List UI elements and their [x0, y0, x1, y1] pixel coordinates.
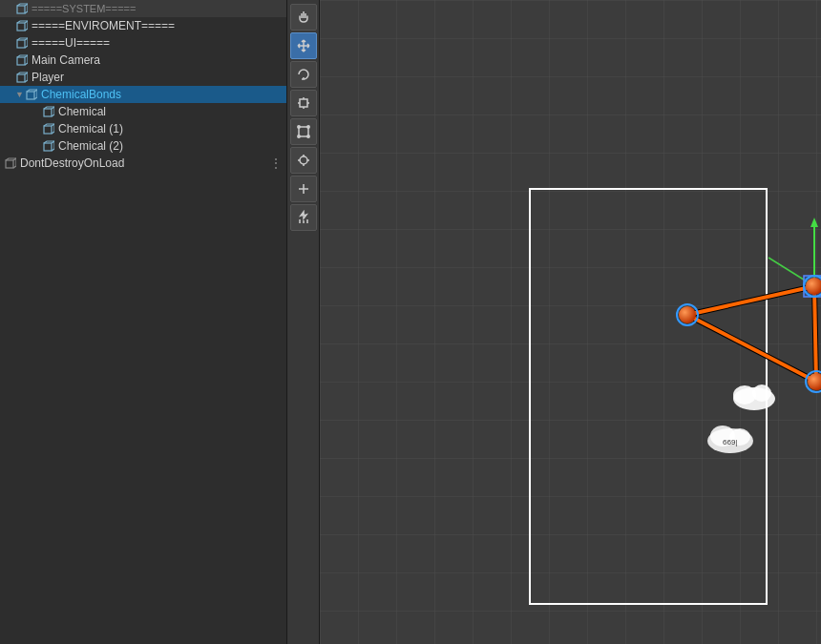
ui-label: =====UI===== — [32, 36, 110, 50]
bond-line-2 — [814, 286, 816, 382]
move-tool-button[interactable] — [290, 32, 317, 59]
svg-rect-4 — [17, 74, 25, 82]
svg-point-13 — [306, 126, 308, 128]
toolbar — [287, 0, 320, 644]
hierarchy-item-chemical[interactable]: Chemical — [0, 103, 286, 120]
hand-tool-button[interactable] — [290, 4, 317, 31]
svg-rect-1 — [17, 23, 25, 31]
hierarchy-item-system[interactable]: =====SYSTEM===== — [0, 0, 286, 17]
svg-rect-2 — [17, 40, 25, 48]
svg-point-15 — [306, 135, 308, 137]
svg-rect-7 — [44, 126, 52, 134]
hierarchy-panel: =====SYSTEM===== =====ENVIROMENT===== ==… — [0, 0, 287, 644]
chemicalbonds-label: ChemicalBonds — [41, 88, 121, 101]
svg-point-19 — [752, 384, 771, 402]
cube-icon-chemical2 — [42, 139, 55, 153]
cloud-sprite-2: 669| — [707, 426, 753, 453]
cube-icon-chemical1 — [42, 122, 55, 135]
cube-icon-player — [15, 71, 29, 84]
svg-rect-9 — [6, 160, 13, 168]
cube-icon-camera — [15, 53, 29, 67]
hierarchy-item-chemical1[interactable]: Chemical (1) — [0, 120, 286, 137]
svg-rect-3 — [17, 57, 25, 65]
bond-line-3 — [687, 315, 816, 382]
svg-rect-5 — [27, 92, 34, 99]
hierarchy-item-maincamera[interactable]: Main Camera — [0, 52, 286, 69]
chemical2-label: Chemical (2) — [58, 139, 123, 153]
transform-tool-button[interactable] — [290, 147, 317, 174]
svg-rect-8 — [44, 143, 52, 151]
add-button[interactable] — [290, 176, 317, 202]
svg-rect-6 — [44, 109, 52, 116]
expand-arrow-icon: ▼ — [15, 90, 23, 99]
enviroment-label: =====ENVIROMENT===== — [32, 19, 175, 32]
hierarchy-item-chemicalbonds[interactable]: ▼ ChemicalBonds — [0, 86, 286, 103]
rect-tool-button[interactable] — [290, 118, 317, 145]
cube-icon-dontdestroy — [4, 156, 17, 170]
svg-rect-10 — [300, 99, 307, 107]
svg-point-12 — [297, 126, 299, 128]
rotate-tool-button[interactable] — [290, 61, 317, 88]
hierarchy-item-enviroment[interactable]: =====ENVIROMENT===== — [0, 17, 286, 34]
svg-point-14 — [297, 135, 299, 137]
custom-tool-button[interactable] — [290, 204, 317, 231]
gizmo-y-arrowhead — [810, 218, 818, 227]
bond-line-1 — [687, 286, 814, 315]
chemical-label: Chemical — [58, 105, 106, 118]
cloud-sprite-1 — [733, 384, 775, 410]
atom-1 — [679, 306, 696, 323]
cube-icon-chemicalbonds — [25, 88, 38, 101]
hierarchy-item-chemical2[interactable]: Chemical (2) — [0, 137, 286, 155]
dontdestroy-label: DontDestroyOnLoad — [20, 156, 124, 170]
cube-icon-env — [15, 19, 29, 32]
hierarchy-item-ui[interactable]: =====UI===== — [0, 34, 286, 52]
svg-text:669|: 669| — [723, 438, 737, 447]
svg-rect-0 — [17, 6, 25, 13]
svg-rect-11 — [299, 127, 308, 136]
system-label: =====SYSTEM===== — [32, 3, 136, 14]
hierarchy-item-player[interactable]: Player — [0, 69, 286, 86]
scene-view[interactable]: 669| — [320, 0, 821, 644]
player-label: Player — [32, 71, 64, 84]
cube-icon — [15, 2, 29, 15]
maincamera-label: Main Camera — [32, 53, 100, 67]
context-menu-dots[interactable]: ⋮ — [269, 156, 286, 171]
svg-point-16 — [300, 156, 307, 164]
scale-tool-button[interactable] — [290, 90, 317, 116]
viewport-rect — [530, 189, 767, 604]
hierarchy-item-dontdestroy[interactable]: DontDestroyOnLoad ⋮ — [0, 155, 286, 172]
chemical1-label: Chemical (1) — [58, 122, 123, 135]
cube-icon-chemical — [42, 105, 55, 118]
scene-svg: 669| — [320, 0, 821, 644]
cube-icon-ui — [15, 36, 29, 50]
